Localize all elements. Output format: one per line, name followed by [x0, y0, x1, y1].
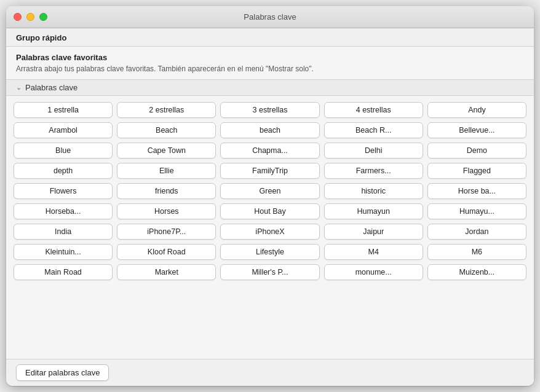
keyword-btn[interactable]: Farmers...	[324, 163, 423, 179]
close-button[interactable]	[14, 13, 22, 21]
favorites-section: Palabras clave favoritas Arrastra abajo …	[6, 47, 534, 80]
footer: Editar palabras clave	[6, 359, 534, 386]
keyword-btn[interactable]: India	[14, 224, 113, 240]
keyword-btn[interactable]: Kloof Road	[117, 244, 216, 260]
keyword-btn[interactable]: friends	[117, 183, 216, 199]
traffic-lights	[14, 13, 47, 21]
keyword-btn[interactable]: Jaipur	[324, 224, 423, 240]
keyword-btn[interactable]: Main Road	[14, 264, 113, 280]
keyword-btn[interactable]: Lifestyle	[220, 244, 319, 260]
keyword-btn[interactable]: Chapma...	[220, 143, 319, 159]
keyword-btn[interactable]: Arambol	[14, 122, 113, 138]
keywords-label: Palabras clave	[25, 83, 77, 92]
keyword-btn[interactable]: Bellevue...	[427, 122, 526, 138]
keyword-btn[interactable]: Green	[220, 183, 319, 199]
keyword-btn[interactable]: Blue	[14, 143, 113, 159]
favorites-subtitle: Arrastra abajo tus palabras clave favori…	[16, 64, 524, 74]
keyword-btn[interactable]: Miller's P...	[220, 264, 319, 280]
keyword-btn[interactable]: Humayu...	[427, 203, 526, 219]
content-area: Grupo rápido Palabras clave favoritas Ar…	[6, 28, 534, 359]
keyword-btn[interactable]: M6	[427, 244, 526, 260]
window-title: Palabras clave	[244, 12, 296, 22]
favorites-title: Palabras clave favoritas	[16, 53, 524, 62]
keyword-btn[interactable]: Market	[117, 264, 216, 280]
keyword-btn[interactable]: 3 estrellas	[220, 102, 319, 118]
keyword-btn[interactable]: M4	[324, 244, 423, 260]
keywords-grid-container: 1 estrella2 estrellas3 estrellas4 estrel…	[6, 96, 534, 359]
keyword-btn[interactable]: Muizenb...	[427, 264, 526, 280]
keyword-btn[interactable]: Beach R...	[324, 122, 423, 138]
titlebar: Palabras clave	[6, 6, 534, 28]
keyword-btn[interactable]: Delhi	[324, 143, 423, 159]
keyword-btn[interactable]: FamilyTrip	[220, 163, 319, 179]
keyword-btn[interactable]: Jordan	[427, 224, 526, 240]
keyword-btn[interactable]: iPhone7P...	[117, 224, 216, 240]
keyword-btn[interactable]: beach	[220, 122, 319, 138]
group-header: Grupo rápido	[6, 28, 534, 47]
keyword-btn[interactable]: 2 estrellas	[117, 102, 216, 118]
keyword-btn[interactable]: monume...	[324, 264, 423, 280]
keyword-btn[interactable]: Andy	[427, 102, 526, 118]
keyword-btn[interactable]: 4 estrellas	[324, 102, 423, 118]
edit-keywords-button[interactable]: Editar palabras clave	[16, 364, 109, 381]
keyword-btn[interactable]: 1 estrella	[14, 102, 113, 118]
keyword-btn[interactable]: historic	[324, 183, 423, 199]
keywords-grid: 1 estrella2 estrellas3 estrellas4 estrel…	[14, 102, 526, 280]
keyword-btn[interactable]: Demo	[427, 143, 526, 159]
keyword-btn[interactable]: Ellie	[117, 163, 216, 179]
keyword-btn[interactable]: Horse ba...	[427, 183, 526, 199]
keyword-btn[interactable]: depth	[14, 163, 113, 179]
keyword-btn[interactable]: Humayun	[324, 203, 423, 219]
keyword-btn[interactable]: Flowers	[14, 183, 113, 199]
keywords-header: ⌄ Palabras clave	[6, 80, 534, 96]
main-window: Palabras clave Grupo rápido Palabras cla…	[6, 6, 534, 386]
chevron-down-icon: ⌄	[16, 84, 22, 92]
minimize-button[interactable]	[26, 13, 34, 21]
keyword-btn[interactable]: Kleintuin...	[14, 244, 113, 260]
keyword-btn[interactable]: Beach	[117, 122, 216, 138]
keyword-btn[interactable]: Horseba...	[14, 203, 113, 219]
keyword-btn[interactable]: iPhoneX	[220, 224, 319, 240]
keyword-btn[interactable]: Hout Bay	[220, 203, 319, 219]
keyword-btn[interactable]: Cape Town	[117, 143, 216, 159]
maximize-button[interactable]	[39, 13, 47, 21]
keyword-btn[interactable]: Flagged	[427, 163, 526, 179]
keyword-btn[interactable]: Horses	[117, 203, 216, 219]
